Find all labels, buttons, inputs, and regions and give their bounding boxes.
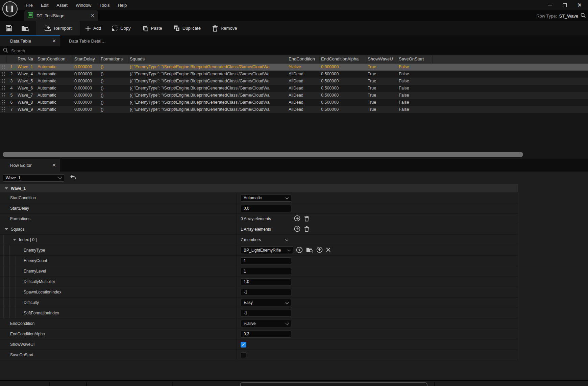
- clear-array-trash-icon[interactable]: [304, 226, 310, 233]
- browse-to-asset-button[interactable]: [21, 25, 29, 32]
- showwaveui-checkbox[interactable]: [241, 342, 246, 348]
- menu-file[interactable]: File: [22, 1, 37, 9]
- category-wave1[interactable]: Wave_1: [0, 184, 518, 193]
- search-input[interactable]: Search: [0, 46, 588, 55]
- row-drag-handle-icon[interactable]: [0, 92, 7, 99]
- tab-data-table[interactable]: Data Table ✕: [0, 35, 60, 46]
- table-row[interactable]: 3Wave_5Automatic0.000000()({ "EnemyType"…: [0, 78, 588, 85]
- column-header-showwaveui[interactable]: ShowWaveU: [366, 55, 397, 63]
- difficulty-dropdown[interactable]: Easy: [241, 299, 291, 306]
- dropdown-value: BP_LightEnemyRifle: [244, 248, 281, 253]
- row-drag-handle-icon[interactable]: [0, 78, 7, 85]
- tab-row-editor[interactable]: Row Editor ✕: [0, 159, 60, 172]
- tab-data-table-details[interactable]: Data Table Detai…: [60, 35, 115, 46]
- row-drag-handle-icon[interactable]: [0, 85, 7, 92]
- maximize-button[interactable]: [561, 1, 568, 9]
- chevron-down-icon[interactable]: [285, 238, 289, 241]
- copy-row-button[interactable]: Copy: [111, 25, 130, 32]
- column-header-startdelay[interactable]: StartDelay: [73, 55, 99, 63]
- horizontal-scrollbar-thumb[interactable]: [3, 152, 523, 157]
- endcondition-dropdown[interactable]: %alive: [241, 320, 291, 327]
- row-number: 3: [7, 78, 16, 85]
- row-editor-tab-title: Row Editor: [10, 163, 49, 168]
- row-drag-handle-icon[interactable]: [0, 71, 7, 78]
- row-type-link[interactable]: ST_Wave: [559, 14, 578, 19]
- column-header-saveonstart[interactable]: SaveOnStart: [397, 55, 433, 63]
- row-number: 5: [7, 92, 16, 99]
- add-icon: [85, 25, 91, 31]
- cell-squads: ({ "EnemyType": "/Script/Engine.Blueprin…: [128, 99, 287, 106]
- use-selected-asset-icon[interactable]: [296, 247, 303, 254]
- duplicate-row-button[interactable]: Duplicate: [173, 25, 201, 32]
- unreal-logo-icon[interactable]: [2, 1, 18, 17]
- insert-element-icon[interactable]: [316, 247, 323, 254]
- endconditionalpha-input[interactable]: 0.3: [241, 331, 291, 338]
- column-header-startcondition[interactable]: StartCondition: [36, 55, 73, 63]
- row-select-dropdown[interactable]: Wave_1: [3, 174, 64, 182]
- startdelay-input[interactable]: 0.0: [241, 205, 291, 212]
- expander-triangle-icon[interactable]: [5, 187, 8, 189]
- spawnlocationindex-input[interactable]: -1: [241, 289, 291, 296]
- browse-to-asset-icon[interactable]: [306, 247, 313, 254]
- paste-row-button[interactable]: Paste: [142, 25, 162, 32]
- row-drag-handle-icon[interactable]: [0, 63, 7, 71]
- expander-triangle-icon[interactable]: [13, 239, 16, 241]
- column-header-formations[interactable]: Formations: [99, 55, 128, 63]
- table-row[interactable]: 2Wave_4Automatic0.000000()({ "EnemyType"…: [0, 71, 588, 78]
- row-type-label: Row Type:: [536, 14, 557, 19]
- column-header-squads[interactable]: Squads: [128, 55, 287, 63]
- add-array-element-icon[interactable]: [294, 215, 300, 223]
- softformationindex-input[interactable]: -1: [241, 310, 291, 317]
- enemycount-input[interactable]: 1: [241, 257, 291, 264]
- row-editor-tab-close-icon[interactable]: ✕: [52, 163, 56, 168]
- difficultymultiplier-input[interactable]: 1.0: [241, 278, 291, 285]
- menu-tools[interactable]: Tools: [95, 1, 114, 9]
- search-placeholder: Search: [11, 48, 25, 53]
- property-row-squads: Squads 1 Array elements: [0, 224, 518, 235]
- remove-row-button[interactable]: Remove: [212, 25, 237, 32]
- cell-end-condition: AllDead: [287, 92, 320, 99]
- column-header-endconditionalpha[interactable]: EndConditionAlpha: [320, 55, 366, 63]
- duplicate-label: Duplicate: [182, 26, 201, 31]
- saveonstart-checkbox[interactable]: [241, 352, 246, 358]
- bottom-divider: [86, 382, 87, 386]
- reimport-button[interactable]: Reimport: [36, 21, 80, 35]
- cell-squads: ({ "EnemyType": "/Script/Engine.Blueprin…: [128, 63, 287, 71]
- column-header-endcondition[interactable]: EndCondition: [287, 55, 320, 63]
- menu-asset[interactable]: Asset: [52, 1, 72, 9]
- table-row[interactable]: 1Wave_1Automatic0.000000()({ "EnemyType"…: [0, 63, 588, 71]
- save-button[interactable]: [5, 25, 13, 32]
- row-type-search-icon[interactable]: [580, 12, 586, 19]
- cell-formations: (): [99, 85, 128, 92]
- row-number: 7: [7, 106, 16, 113]
- data-table-tab-close-icon[interactable]: ✕: [52, 38, 56, 43]
- table-row[interactable]: 6Wave_8Automatic0.000000()({ "EnemyType"…: [0, 99, 588, 106]
- asset-tab-dt-teststage[interactable]: DT_TestStage ✕: [24, 10, 98, 21]
- clear-asset-x-icon[interactable]: [326, 247, 331, 253]
- row-drag-handle-icon[interactable]: [0, 106, 7, 113]
- column-header-row-name[interactable]: Row Na: [16, 55, 36, 63]
- dropdown-value: Automatic: [244, 196, 262, 200]
- table-row[interactable]: 4Wave_6Automatic0.000000()({ "EnemyType"…: [0, 85, 588, 92]
- table-row[interactable]: 5Wave_7Automatic0.000000()({ "EnemyType"…: [0, 92, 588, 99]
- expander-triangle-icon[interactable]: [5, 228, 8, 230]
- cell-start-condition: Automatic: [36, 78, 73, 85]
- menu-window[interactable]: Window: [72, 1, 95, 9]
- clear-array-trash-icon[interactable]: [304, 215, 310, 223]
- enemylevel-input[interactable]: 1: [241, 268, 291, 275]
- add-row-button[interactable]: Add: [85, 25, 101, 31]
- menu-help[interactable]: Help: [114, 1, 131, 9]
- startcondition-dropdown[interactable]: Automatic: [241, 194, 291, 202]
- menu-edit[interactable]: Edit: [37, 1, 52, 9]
- property-row-enemycount: EnemyCount 1: [0, 256, 518, 266]
- close-window-button[interactable]: ✕: [576, 1, 583, 9]
- row-drag-handle-icon[interactable]: [0, 99, 7, 106]
- enemytype-asset-dropdown[interactable]: BP_LightEnemyRifle: [241, 247, 293, 254]
- rename-undo-icon[interactable]: [70, 174, 76, 181]
- datatable-asset-icon: [28, 12, 33, 19]
- add-array-element-icon[interactable]: [294, 226, 300, 233]
- minimize-button[interactable]: [546, 1, 554, 9]
- table-row[interactable]: 7Wave_9Automatic0.000000()({ "EnemyType"…: [0, 106, 588, 113]
- asset-tab-close-icon[interactable]: ✕: [91, 13, 95, 18]
- cell-end-condition: AllDead: [287, 106, 320, 113]
